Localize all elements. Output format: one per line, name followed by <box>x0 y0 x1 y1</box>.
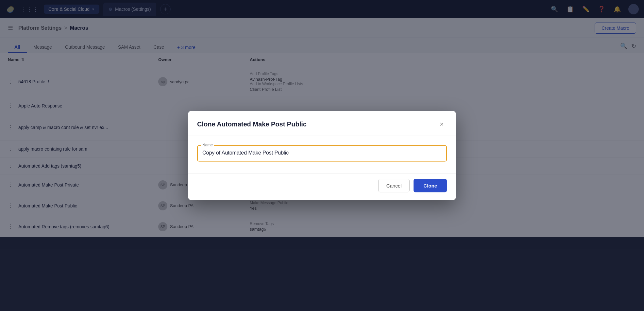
modal-body: Name <box>188 136 456 168</box>
modal-close-button[interactable]: × <box>436 119 447 129</box>
cancel-button[interactable]: Cancel <box>378 179 410 192</box>
modal-header: Clone Automated Make Post Public × <box>188 111 456 136</box>
name-input-group: Name <box>197 145 447 162</box>
modal-footer: Cancel Clone <box>188 173 456 200</box>
modal-title: Clone Automated Make Post Public <box>197 120 307 128</box>
clone-button[interactable]: Clone <box>414 179 447 192</box>
name-field-label: Name <box>201 143 214 147</box>
clone-modal: Clone Automated Make Post Public × Name … <box>188 111 456 200</box>
macro-name-input[interactable] <box>202 149 442 157</box>
